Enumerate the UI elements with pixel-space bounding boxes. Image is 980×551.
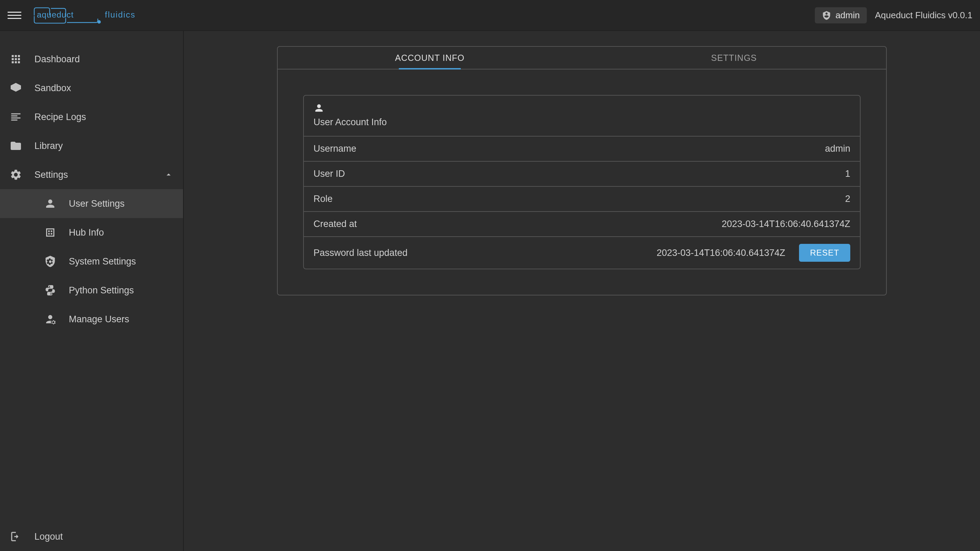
sidebar-item-dashboard[interactable]: Dashboard <box>0 45 183 74</box>
top-bar: aqueduct fluidics admin Aqueduct Fluidic… <box>0 0 980 31</box>
hub-icon <box>44 226 56 239</box>
info-value: 2 <box>845 194 850 204</box>
tab-label: ACCOUNT INFO <box>395 53 465 63</box>
folder-icon <box>10 140 22 152</box>
logout-icon <box>10 530 22 543</box>
main-content: ACCOUNT INFO SETTINGS User Account Info … <box>184 31 980 551</box>
info-label: Created at <box>313 219 357 229</box>
reset-password-button[interactable]: RESET <box>799 244 850 262</box>
svg-text:fluidics: fluidics <box>105 10 135 19</box>
info-row-user-id: User ID 1 <box>304 162 860 187</box>
tab-settings[interactable]: SETTINGS <box>582 47 886 69</box>
info-label: Role <box>313 194 333 204</box>
sidebar-item-label: Dashboard <box>34 54 80 65</box>
sidebar-sub-item-system-settings[interactable]: System Settings <box>0 247 183 276</box>
sidebar-item-sandbox[interactable]: Sandbox <box>0 74 183 103</box>
logs-icon <box>10 111 22 123</box>
info-label: Username <box>313 143 356 154</box>
sidebar-sub-item-label: System Settings <box>69 256 136 267</box>
sidebar-item-label: Sandbox <box>34 83 71 94</box>
version-label: Aqueduct Fluidics v0.0.1 <box>875 10 972 21</box>
user-shield-icon <box>822 11 831 20</box>
sandbox-icon <box>10 82 22 94</box>
current-user-label: admin <box>835 10 860 21</box>
user-icon <box>313 103 325 113</box>
info-value: 2023-03-14T16:06:40.641374Z <box>657 248 785 258</box>
python-icon <box>44 284 56 297</box>
tab-account-info[interactable]: ACCOUNT INFO <box>278 47 582 69</box>
brand-logo: aqueduct fluidics <box>32 6 154 25</box>
menu-toggle-button[interactable] <box>8 9 21 22</box>
card-header: User Account Info <box>304 95 860 137</box>
content-panel: ACCOUNT INFO SETTINGS User Account Info … <box>277 46 887 295</box>
sidebar-sub-item-user-settings[interactable]: User Settings <box>0 189 183 218</box>
svg-text:aqueduct: aqueduct <box>37 10 74 19</box>
sidebar-sub-item-python-settings[interactable]: Python Settings <box>0 276 183 305</box>
sidebar-sub-item-label: Manage Users <box>69 314 129 325</box>
sidebar-item-label: Logout <box>34 531 63 542</box>
sidebar-item-label: Recipe Logs <box>34 112 86 122</box>
tab-content: User Account Info Username admin User ID… <box>278 70 886 295</box>
sidebar-item-library[interactable]: Library <box>0 132 183 160</box>
info-row-role: Role 2 <box>304 187 860 212</box>
gear-icon <box>10 168 22 181</box>
sidebar-item-label: Settings <box>34 170 68 180</box>
sidebar-sub-item-label: User Settings <box>69 198 124 209</box>
system-gear-icon <box>44 255 56 268</box>
current-user-badge[interactable]: admin <box>815 7 867 24</box>
sidebar-item-settings[interactable]: Settings <box>0 160 183 189</box>
info-value: admin <box>825 143 850 154</box>
chevron-up-icon <box>164 170 173 179</box>
svg-point-0 <box>98 20 100 23</box>
sidebar: Dashboard Sandbox Recipe Logs Library Se… <box>0 31 184 551</box>
sidebar-item-logout[interactable]: Logout <box>0 522 183 551</box>
manage-users-icon <box>44 313 56 326</box>
info-label: User ID <box>313 168 345 179</box>
sidebar-sub-item-label: Python Settings <box>69 285 134 296</box>
info-row-username: Username admin <box>304 137 860 162</box>
user-icon <box>44 197 56 210</box>
sidebar-item-label: Library <box>34 141 63 151</box>
sidebar-item-recipe-logs[interactable]: Recipe Logs <box>0 103 183 132</box>
card-header-title: User Account Info <box>313 117 850 128</box>
info-row-password-updated: Password last updated 2023-03-14T16:06:4… <box>304 237 860 268</box>
tab-bar: ACCOUNT INFO SETTINGS <box>278 47 886 70</box>
sidebar-sub-item-hub-info[interactable]: Hub Info <box>0 218 183 247</box>
tab-label: SETTINGS <box>711 53 757 63</box>
sidebar-sub-item-label: Hub Info <box>69 227 104 238</box>
info-label: Password last updated <box>313 248 407 258</box>
info-value: 1 <box>845 168 850 179</box>
info-value: 2023-03-14T16:06:40.641374Z <box>722 219 850 229</box>
user-account-info-card: User Account Info Username admin User ID… <box>303 95 861 269</box>
sidebar-sub-item-manage-users[interactable]: Manage Users <box>0 305 183 333</box>
apps-icon <box>10 53 22 65</box>
info-row-created-at: Created at 2023-03-14T16:06:40.641374Z <box>304 212 860 237</box>
